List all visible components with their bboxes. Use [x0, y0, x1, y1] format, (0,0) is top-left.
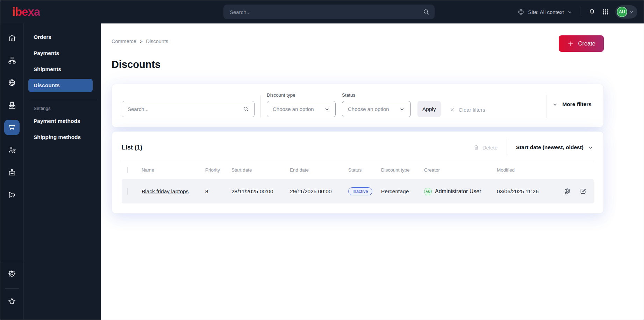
list-header: List (1) Delete Start date (newest, olde…	[122, 139, 594, 155]
nav-content-tree[interactable]	[4, 53, 20, 68]
nav-product-catalog[interactable]	[4, 97, 20, 113]
body-row: Orders Payments Shipments Discounts Sett…	[0, 23, 644, 320]
nav-bookmarks[interactable]	[4, 294, 20, 309]
commerce-submenu: Orders Payments Shipments Discounts Sett…	[24, 23, 101, 320]
megaphone-icon	[8, 190, 16, 199]
search-icon	[243, 106, 249, 112]
breadcrumb-discounts[interactable]: Discounts	[146, 39, 169, 44]
filter-search-input[interactable]	[128, 106, 243, 112]
creator-avatar: AU	[424, 188, 432, 195]
breadcrumb-commerce[interactable]: Commerce	[112, 39, 136, 44]
globe-slash-icon	[564, 188, 571, 195]
preview-disabled-button[interactable]	[564, 188, 571, 195]
global-search-input[interactable]	[230, 9, 423, 15]
notifications-button[interactable]	[588, 8, 596, 16]
select-all-checkbox[interactable]	[127, 167, 128, 173]
submenu-item-shipments[interactable]: Shipments	[28, 63, 93, 76]
submenu-section-settings: Settings	[24, 104, 101, 114]
global-search[interactable]	[223, 5, 435, 19]
col-end-date: End date	[290, 167, 348, 173]
more-filters-label: More filters	[562, 101, 592, 107]
nav-admin-settings[interactable]	[4, 266, 20, 281]
list-controls-divider	[507, 139, 507, 155]
submenu-item-shipping-methods[interactable]: Shipping methods	[28, 131, 93, 144]
status-label: Status	[342, 92, 411, 98]
star-icon	[7, 297, 16, 306]
apply-button[interactable]: Apply	[417, 101, 441, 117]
topbar-divider	[580, 7, 580, 16]
discount-type-field: Discount type Choose an option	[267, 92, 336, 117]
delete-button[interactable]: Delete	[473, 144, 498, 151]
icon-rail	[0, 23, 24, 320]
chevron-down-icon	[567, 9, 572, 15]
customer-target-icon	[8, 146, 16, 154]
nav-site[interactable]	[4, 75, 20, 90]
home-icon	[8, 34, 16, 42]
plus-icon	[567, 40, 574, 47]
id-badge-icon	[8, 168, 16, 177]
edit-button[interactable]	[580, 188, 587, 195]
more-filters-wrap: More filters	[546, 95, 594, 114]
cart-icon	[8, 123, 16, 132]
submenu-item-payment-methods[interactable]: Payment methods	[28, 114, 93, 128]
cell-modified: 03/06/2025 11:26	[497, 188, 556, 195]
more-filters-button[interactable]: More filters	[550, 101, 594, 107]
status-select[interactable]: Choose an option	[342, 101, 411, 117]
nav-company[interactable]	[4, 165, 20, 180]
clear-filters-button[interactable]: Clear filters	[449, 107, 485, 113]
col-status: Status	[348, 167, 381, 173]
discount-type-select[interactable]: Choose an option	[267, 101, 336, 117]
more-filters-divider	[546, 95, 546, 118]
main-content: Commerce > Discounts Create Discounts	[101, 23, 644, 320]
ibexa-logo[interactable]: ibexa	[7, 5, 40, 19]
site-context-label: Site: All context	[528, 9, 564, 15]
grid-dots-icon	[602, 8, 609, 15]
top-bar: ibexa Site: All context	[0, 0, 644, 23]
submenu-item-payments[interactable]: Payments	[28, 47, 93, 60]
filter-divider	[260, 96, 261, 117]
breadcrumb: Commerce > Discounts	[112, 39, 168, 44]
edit-icon	[580, 188, 587, 195]
rail-bottom	[0, 261, 23, 320]
sitemap-icon	[8, 56, 16, 65]
col-name: Name	[142, 167, 205, 173]
breadcrumb-separator: >	[140, 39, 143, 44]
create-button[interactable]: Create	[559, 35, 604, 52]
table-header-row: Name Priority Start date End date Status…	[122, 162, 594, 178]
discount-name-link[interactable]: Black friday laptops	[142, 188, 188, 194]
col-discount-type: Discount type	[381, 167, 424, 173]
delete-button-label: Delete	[482, 145, 498, 151]
submenu-item-orders[interactable]: Orders	[28, 30, 93, 44]
app-switcher-button[interactable]	[602, 8, 609, 15]
sort-dropdown[interactable]: Start date (newest, oldest)	[516, 144, 594, 151]
nav-marketing[interactable]	[4, 187, 20, 202]
list-controls: Delete Start date (newest, oldest)	[473, 139, 594, 155]
creator-name: Administrator User	[435, 188, 481, 195]
page-title: Discounts	[112, 59, 604, 70]
filter-search[interactable]	[122, 101, 255, 117]
nav-commerce[interactable]	[4, 120, 20, 135]
filters-card: Discount type Choose an option Status C	[112, 84, 604, 127]
chevron-down-icon	[324, 106, 330, 112]
nav-dashboard[interactable]	[4, 30, 20, 46]
clear-filters-label: Clear filters	[459, 107, 485, 113]
cell-priority: 8	[205, 188, 231, 195]
chevron-down-icon	[399, 106, 405, 112]
chevron-down-icon	[588, 145, 594, 151]
status-field: Status Choose an option	[342, 92, 411, 117]
nav-customers[interactable]	[4, 142, 20, 158]
bell-icon	[588, 8, 596, 16]
rail-divider	[0, 261, 23, 261]
col-creator: Creator	[424, 167, 497, 173]
cell-start-date: 28/11/2025 00:00	[231, 188, 290, 195]
globe-cursor-icon	[8, 78, 16, 87]
col-modified: Modified	[497, 167, 556, 173]
submenu-item-discounts[interactable]: Discounts	[28, 79, 93, 92]
row-checkbox[interactable]	[127, 188, 128, 195]
globe-icon	[517, 8, 525, 16]
gear-icon	[7, 269, 16, 278]
col-priority: Priority	[205, 167, 231, 173]
search-icon[interactable]	[423, 8, 430, 15]
user-menu[interactable]: AU	[615, 5, 637, 19]
site-context-selector[interactable]: Site: All context	[517, 8, 572, 16]
